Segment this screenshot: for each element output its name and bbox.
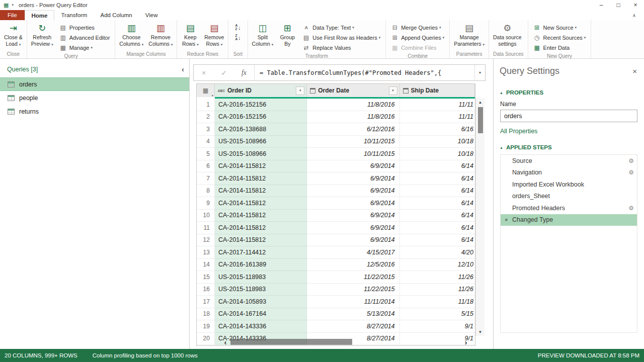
use-first-row-as-headers-button[interactable]: ▤Use First Row as Headers▾ [300, 33, 382, 42]
formula-input[interactable]: = Table.TransformColumnTypes(#"Promoted … [254, 65, 474, 80]
filter-icon[interactable]: ▼ [389, 86, 397, 95]
status-column-profiling[interactable]: Column profiling based on top 1000 rows [93, 352, 198, 358]
cell-order-date[interactable]: 6/9/2014 [307, 185, 399, 198]
cell-order-id[interactable]: US-2015-118983 [215, 284, 307, 296]
query-item-people[interactable]: people [0, 91, 189, 105]
formula-expand-icon[interactable]: ▾ [474, 65, 485, 80]
applied-step-navigation[interactable]: ×Navigation⚙ [501, 167, 637, 179]
cell-ship-date[interactable]: 11/18 [400, 296, 475, 308]
cell-ship-date[interactable]: 6/14 [400, 197, 475, 210]
split-column-button[interactable]: ◫SplitColumn▾ [250, 22, 276, 47]
cell-order-date[interactable]: 8/27/2014 [307, 320, 399, 333]
row-number[interactable]: 12 [197, 234, 215, 247]
close-panel-icon[interactable]: × [632, 67, 637, 75]
cell-order-date[interactable]: 11/8/2016 [307, 99, 399, 111]
sort-desc-button[interactable]: ZA↓ [231, 33, 244, 42]
cell-order-date[interactable]: 6/12/2016 [307, 123, 399, 136]
row-number[interactable]: 18 [197, 308, 215, 321]
scroll-right-icon[interactable]: › [462, 338, 470, 346]
filter-icon[interactable]: ▼ [296, 86, 304, 95]
cell-order-date[interactable]: 11/8/2016 [307, 111, 399, 124]
column-header-ship-date[interactable]: Ship Date [400, 84, 475, 97]
cell-ship-date[interactable]: 11/11 [400, 99, 475, 111]
row-number[interactable]: 15 [197, 271, 215, 284]
cell-ship-date[interactable]: 6/14 [400, 160, 475, 173]
step-settings-gear-icon[interactable]: ⚙ [628, 169, 634, 176]
replace-values-button[interactable]: ⇄Replace Values [300, 43, 382, 52]
cell-order-id[interactable]: CA-2014-115812 [215, 210, 307, 222]
cell-order-date[interactable]: 12/5/2016 [307, 259, 399, 272]
row-number[interactable]: 1 [197, 99, 215, 111]
row-number[interactable]: 2 [197, 111, 215, 124]
cell-ship-date[interactable]: 9/1 [400, 320, 475, 333]
vertical-scrollbar[interactable]: ▲ ▼ [475, 98, 485, 336]
manage-parameters-button[interactable]: ▤ManageParameters▾ [451, 22, 487, 47]
group-by-button[interactable]: ⊞GroupBy [276, 22, 299, 47]
cell-ship-date[interactable]: 10/18 [400, 136, 475, 148]
cell-order-date[interactable]: 6/9/2014 [307, 222, 399, 234]
formula-cancel-icon[interactable]: × [194, 65, 214, 80]
all-properties-link[interactable]: All Properties [494, 122, 644, 140]
cell-order-id[interactable]: CA-2014-115812 [215, 185, 307, 198]
applied-step-imported-excel-workbook[interactable]: ×Imported Excel Workbook [501, 178, 637, 191]
scroll-left-icon[interactable]: ‹ [221, 338, 229, 346]
vertical-scroll-thumb[interactable] [478, 107, 483, 133]
remove-columns-button[interactable]: ▥RemoveColumns▾ [146, 22, 175, 47]
enter-data-button[interactable]: ▦Enter Data [531, 43, 588, 52]
tab-home[interactable]: Home [25, 10, 55, 20]
cell-order-date[interactable]: 6/9/2014 [307, 210, 399, 222]
tab-file[interactable]: File [0, 10, 25, 20]
combine-files-button[interactable]: ▦Combine Files [389, 43, 446, 52]
row-number[interactable]: 6 [197, 160, 215, 173]
select-all-corner[interactable]: ▦ ▾ [197, 84, 215, 97]
cell-order-id[interactable]: CA-2014-143336 [215, 320, 307, 333]
choose-columns-button[interactable]: ▥ChooseColumns▾ [117, 22, 146, 47]
applied-step-changed-type[interactable]: ×Changed Type [501, 214, 637, 226]
cell-order-date[interactable]: 11/22/2015 [307, 271, 399, 284]
row-number[interactable]: 13 [197, 246, 215, 259]
query-item-returns[interactable]: returns [0, 105, 189, 118]
sort-asc-button[interactable]: AZ↓ [231, 23, 244, 32]
cell-ship-date[interactable]: 6/14 [400, 172, 475, 185]
properties-section-header[interactable]: ▲ PROPERTIES [494, 80, 644, 99]
cell-order-id[interactable]: CA-2017-114412 [215, 246, 307, 259]
cell-ship-date[interactable]: 6/14 [400, 222, 475, 234]
cell-order-date[interactable]: 6/9/2014 [307, 160, 399, 173]
cell-ship-date[interactable]: 11/26 [400, 271, 475, 284]
cell-order-date[interactable]: 6/9/2014 [307, 172, 399, 185]
cell-ship-date[interactable]: 10/18 [400, 148, 475, 160]
step-settings-gear-icon[interactable]: ⚙ [628, 205, 634, 212]
minimize-button[interactable]: – [593, 0, 610, 10]
cell-ship-date[interactable]: 4/20 [400, 246, 475, 259]
collapse-queries-pane-icon[interactable]: ‹ [182, 65, 184, 73]
tab-add-column[interactable]: Add Column [94, 10, 138, 20]
query-name-input[interactable] [500, 110, 637, 122]
applied-steps-section-header[interactable]: ▲ APPLIED STEPS [494, 140, 644, 153]
new-source-button[interactable]: ⊞New Source▾ [531, 23, 588, 32]
cell-order-id[interactable]: US-2015-118983 [215, 271, 307, 284]
keep-rows-button[interactable]: ▤KeepRows▾ [179, 22, 202, 47]
cell-ship-date[interactable]: 11/26 [400, 284, 475, 296]
cell-order-date[interactable]: 6/9/2014 [307, 197, 399, 210]
cell-order-date[interactable]: 10/11/2015 [307, 148, 399, 160]
cell-order-id[interactable]: US-2015-108966 [215, 148, 307, 160]
row-number[interactable]: 17 [197, 296, 215, 308]
refresh-preview-button[interactable]: ↻RefreshPreview▾ [29, 22, 56, 47]
append-queries-button[interactable]: ⊞Append Queries▾ [389, 33, 446, 42]
properties-button[interactable]: ▤Properties [57, 23, 112, 32]
remove-rows-button[interactable]: ▤RemoveRows▾ [202, 22, 226, 47]
row-number[interactable]: 11 [197, 222, 215, 234]
tab-view[interactable]: View [139, 10, 165, 20]
close-button[interactable]: × [627, 0, 644, 10]
scroll-down-icon[interactable]: ▼ [476, 328, 485, 336]
cell-order-id[interactable]: CA-2014-167164 [215, 308, 307, 321]
row-number[interactable]: 20 [197, 333, 215, 345]
cell-ship-date[interactable]: 6/14 [400, 234, 475, 247]
cell-order-id[interactable]: CA-2016-152156 [215, 111, 307, 124]
cell-order-id[interactable]: CA-2014-115812 [215, 172, 307, 185]
delete-step-icon[interactable]: × [505, 217, 512, 223]
maximize-button[interactable]: □ [610, 0, 627, 10]
column-header-order-id[interactable]: ABCOrder ID▼ [215, 84, 307, 97]
merge-queries-button[interactable]: ⊟Merge Queries▾ [389, 23, 446, 32]
cell-order-date[interactable]: 10/11/2015 [307, 136, 399, 148]
